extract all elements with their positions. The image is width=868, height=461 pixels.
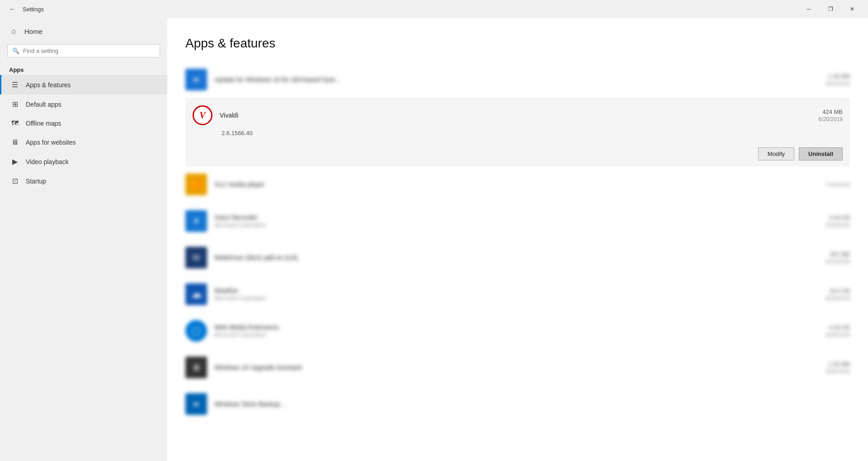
- app-info: Web Media Extensions Microsoft Corporati…: [214, 324, 819, 338]
- app-info: Voice Recorder Microsoft Corporation: [214, 214, 819, 228]
- list-item-win-store-backup: W Windows Store Backup...: [185, 386, 850, 423]
- app-date: 6/26/2019: [826, 222, 850, 228]
- sidebar-item-default-apps[interactable]: ⊞ Default apps: [0, 94, 167, 114]
- sidebar-home-label: Home: [24, 28, 42, 35]
- app-sub: Microsoft Corporation: [214, 295, 819, 301]
- modify-button[interactable]: Modify: [758, 147, 794, 160]
- apps-websites-icon: 🖥: [10, 138, 19, 146]
- list-item-win10-upgrade: 🖥 Windows 10 Upgrade Assistant 1.00 MB 6…: [185, 349, 850, 386]
- app-info: Windows 10 Upgrade Assistant: [214, 364, 819, 371]
- page-title: Apps & features: [185, 36, 850, 51]
- app-date: 6/26/2019: [826, 295, 850, 301]
- app-icon: W: [185, 393, 207, 415]
- offline-maps-icon: 🗺: [10, 119, 19, 127]
- app-icon: W: [185, 69, 207, 90]
- app-size: 4.00 KB: [826, 214, 850, 221]
- app-date-vivaldi: 6/20/2019: [819, 116, 843, 122]
- app-meta: 16.0 KB 6/26/2019: [826, 287, 850, 301]
- sidebar-section-title: Apps: [0, 62, 167, 75]
- minimize-button[interactable]: ─: [798, 2, 819, 16]
- app-meta: 491 MB 6/21/2019: [826, 251, 850, 265]
- home-icon: ⌂: [9, 27, 18, 35]
- app-size: 1.00 MB: [826, 361, 850, 367]
- app-info: Update for Windows 10 for x64-based Syst…: [214, 76, 819, 83]
- uninstall-button[interactable]: Uninstall: [799, 147, 843, 160]
- search-icon: 🔍: [12, 47, 19, 54]
- app-name: VLC media player: [214, 181, 819, 188]
- sidebar-item-label: Default apps: [26, 101, 61, 108]
- app-icon: W: [185, 247, 207, 268]
- app-body: ⌂ Home 🔍 Apps ☰ Apps & features ⊞ Defaul…: [0, 18, 868, 461]
- app-meta: 4.00 KB 6/26/2019: [826, 214, 850, 228]
- window-controls: ─ ❐ ✕: [798, 2, 863, 16]
- search-input[interactable]: [23, 47, 155, 54]
- app-meta: 4.00 KB 6/26/2019: [826, 324, 850, 338]
- app-icon: ◯: [185, 320, 207, 342]
- app-info: Weather Microsoft Corporation: [214, 287, 819, 301]
- sidebar: ⌂ Home 🔍 Apps ☰ Apps & features ⊞ Defaul…: [0, 18, 167, 461]
- app-name: Windows Store Backup...: [214, 400, 843, 408]
- app-icon-vivaldi: [193, 105, 212, 125]
- app-date: 6/26/2019: [826, 80, 850, 87]
- list-item: W Update for Windows 10 for x64-based Sy…: [185, 61, 850, 98]
- list-item-webdriver: W WebDriver (MUI) add-on (US) 491 MB 6/2…: [185, 240, 850, 276]
- sidebar-item-label: Offline maps: [26, 120, 61, 127]
- list-item-vlc: 🔶 VLC media player 7/14/2019: [185, 166, 850, 203]
- app-name-vivaldi: Vivaldi: [220, 112, 811, 119]
- app-sub: Microsoft Corporation: [214, 222, 819, 228]
- sidebar-item-apps-websites[interactable]: 🖥 Apps for websites: [0, 133, 167, 152]
- app-name: Windows 10 Upgrade Assistant: [214, 364, 819, 371]
- sidebar-item-label: Apps & features: [26, 81, 71, 89]
- list-item-vivaldi[interactable]: Vivaldi 424 MB 6/20/2019 2.6.1566.40 Mod…: [185, 98, 850, 166]
- app-size: 491 MB: [826, 251, 850, 258]
- app-name: Weather: [214, 287, 819, 294]
- sidebar-item-label: Startup: [26, 178, 46, 185]
- sidebar-item-label: Video playback: [26, 158, 69, 165]
- app-list: W Update for Windows 10 for x64-based Sy…: [185, 61, 850, 423]
- close-button[interactable]: ✕: [842, 2, 863, 16]
- sidebar-item-home[interactable]: ⌂ Home: [0, 23, 167, 40]
- app-meta: 1.46 MB 6/26/2019: [826, 73, 850, 87]
- apps-features-icon: ☰: [10, 80, 19, 89]
- app-sub: Microsoft Corporation: [214, 332, 819, 338]
- sidebar-item-label: Apps for websites: [26, 139, 76, 146]
- app-name: WebDriver (MUI) add-on (US): [214, 254, 819, 261]
- app-size: 16.0 KB: [826, 287, 850, 294]
- app-version: 2.6.1566.40: [222, 130, 843, 136]
- app-date: 7/14/2019: [826, 182, 850, 188]
- app-info: VLC media player: [214, 181, 819, 188]
- titlebar: ← Settings ─ ❐ ✕: [0, 0, 868, 18]
- sidebar-item-apps-features[interactable]: ☰ Apps & features: [0, 75, 167, 94]
- list-item-weather: ☁ Weather Microsoft Corporation 16.0 KB …: [185, 276, 850, 313]
- app-icon-vlc: 🔶: [185, 174, 207, 195]
- window-title: Settings: [23, 6, 798, 13]
- app-date: 6/26/2019: [826, 332, 850, 338]
- app-date: 6/21/2019: [826, 259, 850, 265]
- restore-button[interactable]: ❐: [820, 2, 841, 16]
- startup-icon: ⊡: [10, 177, 19, 185]
- app-meta-vivaldi: 424 MB 6/20/2019: [819, 108, 843, 122]
- app-info: Windows Store Backup...: [214, 400, 843, 408]
- video-playback-icon: ▶: [10, 157, 19, 166]
- content-area: Apps & features W Update for Windows 10 …: [167, 18, 868, 461]
- app-name: Voice Recorder: [214, 214, 819, 221]
- app-size-vivaldi: 424 MB: [819, 108, 843, 115]
- sidebar-item-video-playback[interactable]: ▶ Video playback: [0, 152, 167, 171]
- app-info-vivaldi: Vivaldi: [220, 112, 811, 119]
- back-button[interactable]: ←: [5, 2, 19, 16]
- app-icon: 🖥: [185, 357, 207, 378]
- app-date: 6/26/2019: [826, 368, 850, 375]
- sidebar-item-startup[interactable]: ⊡ Startup: [0, 171, 167, 191]
- app-name: Web Media Extensions: [214, 324, 819, 331]
- app-icon: 🎙: [185, 210, 207, 232]
- app-actions: Modify Uninstall: [193, 144, 843, 160]
- app-meta: 7/14/2019: [826, 181, 850, 188]
- list-item-web-media: ◯ Web Media Extensions Microsoft Corpora…: [185, 313, 850, 349]
- app-icon: ☁: [185, 283, 207, 305]
- app-name: Update for Windows 10 for x64-based Syst…: [214, 76, 819, 83]
- app-size: 4.00 KB: [826, 324, 850, 331]
- app-size: 1.46 MB: [826, 73, 850, 80]
- list-item-voice-recorder: 🎙 Voice Recorder Microsoft Corporation 4…: [185, 203, 850, 240]
- sidebar-item-offline-maps[interactable]: 🗺 Offline maps: [0, 114, 167, 133]
- search-box: 🔍: [7, 44, 160, 57]
